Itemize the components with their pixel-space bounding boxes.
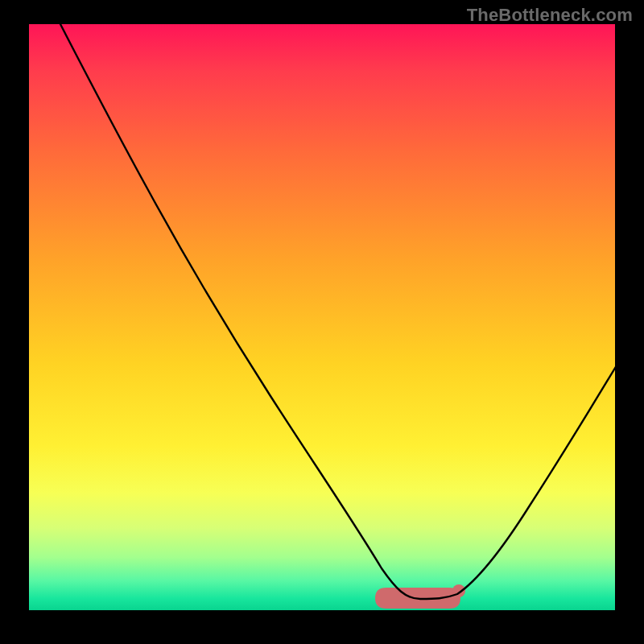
chart-frame: TheBottleneck.com [0,0,644,644]
curve-svg [29,24,615,610]
plot-area [29,24,615,610]
bottleneck-curve [60,24,615,599]
watermark-text: TheBottleneck.com [467,5,633,26]
